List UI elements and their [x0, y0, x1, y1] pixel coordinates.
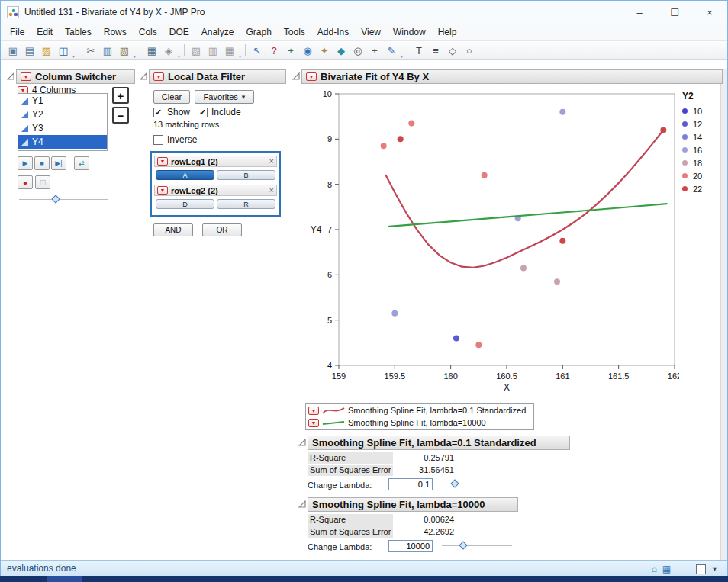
grabber-tool-icon[interactable]: ✦ — [317, 43, 332, 58]
oval-tool-icon[interactable]: ○ — [462, 43, 477, 58]
step-button[interactable]: ▶| — [51, 156, 66, 170]
red-triangle-menu-icon[interactable]: ▼ — [308, 407, 319, 415]
brush-tool-icon[interactable]: ◆ — [333, 43, 349, 58]
disclosure-icon[interactable] — [298, 438, 306, 445]
loop-button[interactable]: ⇄ — [74, 156, 89, 170]
data-point[interactable] — [559, 238, 565, 244]
data-point[interactable] — [475, 342, 482, 348]
clear-button[interactable]: Clear — [153, 90, 190, 104]
data-grid-icon[interactable]: ▦ — [662, 561, 671, 577]
remove-column-button[interactable]: − — [112, 107, 129, 124]
data-point[interactable] — [554, 278, 560, 285]
data-point[interactable] — [482, 172, 488, 178]
copy-icon[interactable]: ▥ — [100, 43, 115, 58]
status-checkbox[interactable] — [696, 561, 706, 577]
or-button[interactable]: OR — [202, 223, 242, 236]
lock-icon[interactable]: ◈ — [161, 43, 176, 58]
data-point[interactable] — [381, 143, 387, 149]
legend-item[interactable]: 16 — [682, 143, 722, 156]
column-item-y4[interactable]: Y4 — [18, 135, 107, 149]
play-button[interactable]: ▶ — [18, 156, 33, 170]
disclosure-icon[interactable] — [292, 72, 300, 79]
filter-option-a[interactable]: A — [156, 170, 214, 180]
arrow-tool-icon[interactable]: ↖ — [250, 43, 265, 58]
menu-help[interactable]: Help — [432, 24, 463, 40]
switch-speed-slider[interactable] — [19, 195, 108, 204]
column-item-y3[interactable]: Y3 — [18, 121, 107, 135]
stop-button[interactable]: ■ — [34, 156, 50, 170]
annotate-tool-icon[interactable]: T — [411, 43, 427, 58]
data-point[interactable] — [453, 335, 459, 341]
column-switcher-header[interactable]: ▼ Column Switcher — [16, 69, 135, 84]
cut-icon[interactable]: ✂ — [83, 43, 98, 58]
show-checkbox[interactable] — [153, 108, 163, 117]
legend-item[interactable]: 12 — [682, 117, 722, 130]
maximize-button[interactable]: ☐ — [657, 1, 692, 24]
new-journal-icon[interactable]: ▣ — [5, 43, 21, 58]
add-column-button[interactable]: + — [112, 87, 129, 104]
minimize-button[interactable]: – — [622, 1, 657, 24]
polygon-tool-icon[interactable]: ◇ — [445, 43, 460, 58]
legend-item[interactable]: 18 — [682, 156, 722, 169]
menu-tools[interactable]: Tools — [278, 24, 311, 40]
menu-cols[interactable]: Cols — [133, 24, 163, 40]
lambda-slider[interactable] — [442, 542, 512, 551]
close-button[interactable]: × — [692, 1, 727, 24]
pen-tool-icon[interactable]: ✎ — [384, 43, 399, 58]
red-triangle-menu-icon[interactable]: ▼ — [308, 419, 319, 427]
save-script-button[interactable]: ◫ — [35, 175, 50, 189]
scatter-plot[interactable]: 159159.5160160.5161161.516245678910XY4 — [304, 86, 679, 393]
bivariate-header[interactable]: ▼ Bivariate Fit of Y4 By X — [301, 69, 723, 84]
disclosure-icon[interactable] — [7, 72, 14, 79]
menu-analyze[interactable]: Analyze — [195, 24, 240, 40]
data-point[interactable] — [391, 310, 398, 317]
report-header-spline-10000[interactable]: Smoothing Spline Fit, lambda=10000 — [308, 497, 518, 512]
data-point[interactable] — [408, 121, 414, 127]
filter-option-d[interactable]: D — [156, 199, 214, 209]
status-dropdown-arrow[interactable]: ▼ — [711, 561, 718, 577]
magnifier-tool-icon[interactable]: ◎ — [350, 43, 366, 58]
red-triangle-menu-icon[interactable]: ▼ — [306, 72, 317, 81]
line-tool-icon[interactable]: ≡ — [428, 43, 443, 58]
data-point[interactable] — [520, 265, 527, 271]
lambda-slider[interactable] — [442, 480, 512, 489]
column-item-y1[interactable]: Y1 — [18, 94, 107, 108]
menu-addins[interactable]: Add-Ins — [311, 24, 355, 40]
lambda-input[interactable] — [388, 540, 433, 552]
legend-item[interactable]: 20 — [682, 169, 722, 182]
new-data-table-icon[interactable]: ▤ — [22, 43, 37, 58]
legend-item[interactable]: 22 — [682, 182, 722, 195]
close-icon[interactable]: × — [269, 157, 274, 166]
legend-item[interactable]: 10 — [682, 105, 722, 117]
disclosure-icon[interactable] — [298, 500, 306, 507]
paste-special-icon[interactable]: ▧ — [188, 43, 204, 58]
zoom-in-tool-icon[interactable]: + — [367, 43, 382, 58]
red-triangle-menu-icon[interactable]: ▼ — [21, 72, 31, 81]
inverse-checkbox[interactable] — [153, 135, 163, 145]
legend-item[interactable]: 14 — [682, 130, 722, 143]
red-triangle-menu-icon[interactable]: ▼ — [157, 157, 168, 166]
menu-rows[interactable]: Rows — [98, 24, 133, 40]
red-triangle-menu-icon[interactable]: ▼ — [157, 186, 168, 195]
include-checkbox[interactable] — [198, 108, 208, 117]
lambda-input[interactable] — [388, 478, 433, 490]
open-icon[interactable]: ▨ — [39, 43, 54, 58]
menu-doe[interactable]: DOE — [163, 24, 195, 40]
favorites-dropdown[interactable]: Favorites — [195, 90, 254, 104]
titlebar[interactable]: Untitled 131 - Bivariate of Y4 by X - JM… — [1, 1, 727, 24]
menu-view[interactable]: View — [355, 24, 387, 40]
save-icon[interactable]: ◫ — [56, 43, 71, 58]
data-point[interactable] — [398, 136, 404, 142]
column-item-y2[interactable]: Y2 — [18, 108, 107, 121]
report-header-spline-01[interactable]: Smoothing Spline Fit, lambda=0.1 Standar… — [308, 436, 570, 450]
copy-table-icon[interactable]: ▥ — [205, 43, 221, 58]
record-button[interactable]: ● — [18, 175, 33, 189]
dock-window-icon[interactable]: ⌂ — [652, 561, 657, 577]
data-point[interactable] — [559, 109, 565, 115]
paste-icon[interactable]: ▧ — [117, 43, 132, 58]
disclosure-icon[interactable] — [140, 72, 147, 79]
run-script-icon[interactable]: ▦ — [144, 43, 159, 58]
layout-icon[interactable]: ▦ — [222, 43, 237, 58]
red-triangle-menu-icon[interactable]: ▼ — [153, 72, 164, 81]
filter-option-b[interactable]: B — [217, 170, 275, 180]
